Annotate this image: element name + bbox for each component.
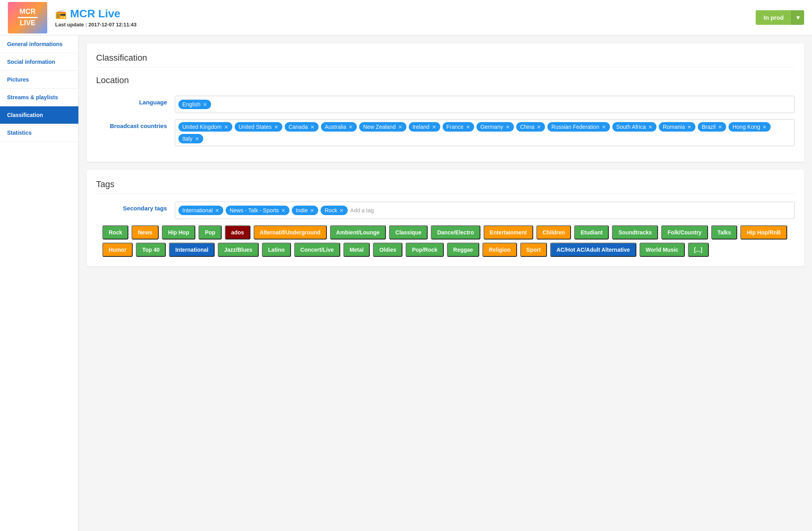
secondary-tag-rock[interactable]: Rock✕ bbox=[321, 206, 348, 215]
cloud-tag-entertainment[interactable]: Entertainment bbox=[484, 225, 533, 240]
broadcast-tag-ca[interactable]: Canada✕ bbox=[285, 122, 319, 132]
cloud-tag-jazzblues[interactable]: Jazz/Blues bbox=[218, 243, 259, 257]
remove-ie-icon[interactable]: ✕ bbox=[432, 124, 436, 130]
cloud-tag-ados[interactable]: ados bbox=[225, 225, 250, 240]
app-title: MCR Live bbox=[70, 7, 121, 20]
broadcast-tag-label: United Kingdom bbox=[182, 124, 222, 130]
secondary-tag-label: Rock bbox=[324, 207, 337, 214]
language-input[interactable]: English ✕ bbox=[175, 96, 795, 113]
broadcast-tag-de[interactable]: Germany✕ bbox=[476, 122, 514, 132]
cloud-tag-talks[interactable]: Talks bbox=[711, 225, 738, 240]
broadcast-tag-hk[interactable]: Hong Kong✕ bbox=[729, 122, 771, 132]
remove-secondary-rock-icon[interactable]: ✕ bbox=[339, 208, 344, 214]
status-button[interactable]: In prod bbox=[756, 10, 792, 25]
sidebar-item-pictures[interactable]: Pictures bbox=[0, 71, 78, 89]
broadcast-tag-cn[interactable]: China✕ bbox=[516, 122, 545, 132]
remove-english-icon[interactable]: ✕ bbox=[203, 102, 207, 108]
main-content: Classification Location Language English… bbox=[79, 35, 812, 531]
broadcast-tag-ro[interactable]: Romania✕ bbox=[659, 122, 695, 132]
remove-fr-icon[interactable]: ✕ bbox=[466, 124, 470, 130]
remove-au-icon[interactable]: ✕ bbox=[349, 124, 353, 130]
remove-uk-icon[interactable]: ✕ bbox=[224, 124, 228, 130]
cloud-tag-latino[interactable]: Latino bbox=[262, 243, 291, 257]
secondary-tags-input[interactable]: International✕News - Talk - Sports✕Indie… bbox=[175, 202, 795, 219]
cloud-tag-achot[interactable]: AC/Hot AC/Adult Alternative bbox=[550, 243, 636, 257]
remove-ro-icon[interactable]: ✕ bbox=[687, 124, 691, 130]
cloud-tag-sport[interactable]: Sport bbox=[520, 243, 547, 257]
broadcast-tag-br[interactable]: Brazil✕ bbox=[698, 122, 726, 132]
cloud-tag-dance[interactable]: Dance/Electro bbox=[431, 225, 480, 240]
cloud-tag-more[interactable]: [...] bbox=[688, 243, 709, 257]
remove-de-icon[interactable]: ✕ bbox=[506, 124, 510, 130]
add-tag-placeholder: Add a tag bbox=[350, 207, 374, 214]
broadcast-tag-ru[interactable]: Russian Federation✕ bbox=[547, 122, 610, 132]
cloud-tag-classique[interactable]: Classique bbox=[389, 225, 428, 240]
cloud-tag-humor[interactable]: Humor bbox=[102, 243, 133, 257]
broadcast-tag-uk[interactable]: United Kingdom✕ bbox=[178, 122, 232, 132]
tags-card: Tags Secondary tags International✕News -… bbox=[87, 170, 804, 266]
remove-it-icon[interactable]: ✕ bbox=[195, 136, 199, 142]
broadcast-tag-ie[interactable]: Ireland✕ bbox=[409, 122, 440, 132]
broadcast-tag-label: Brazil bbox=[702, 124, 716, 130]
cloud-tag-news[interactable]: News bbox=[132, 225, 159, 240]
secondary-tag-nts[interactable]: News - Talk - Sports✕ bbox=[226, 206, 289, 215]
remove-za-icon[interactable]: ✕ bbox=[648, 124, 653, 130]
remove-br-icon[interactable]: ✕ bbox=[718, 124, 722, 130]
cloud-tag-children[interactable]: Children bbox=[536, 225, 571, 240]
status-dropdown-button[interactable]: ▼ bbox=[792, 10, 804, 25]
cloud-tag-international[interactable]: International bbox=[169, 243, 215, 257]
remove-ru-icon[interactable]: ✕ bbox=[602, 124, 606, 130]
cloud-tag-hiphop[interactable]: Hip Hop bbox=[162, 225, 196, 240]
language-label: Language bbox=[96, 96, 175, 106]
cloud-tag-pop[interactable]: Pop bbox=[198, 225, 221, 240]
cloud-tag-reggae[interactable]: Reggae bbox=[447, 243, 480, 257]
cloud-tag-hiphoprnb[interactable]: Hip Hop/RnB bbox=[740, 225, 787, 240]
cloud-tag-rock[interactable]: Rock bbox=[102, 225, 128, 240]
sidebar-item-general[interactable]: General informations bbox=[0, 35, 78, 53]
sidebar-item-statistics[interactable]: Statistics bbox=[0, 124, 78, 142]
broadcast-row: Broadcast countries United Kingdom✕Unite… bbox=[96, 119, 795, 146]
radio-icon: 📻 bbox=[55, 8, 67, 19]
broadcast-tag-fr[interactable]: France✕ bbox=[443, 122, 475, 132]
cloud-tag-poprock[interactable]: Pop/Rock bbox=[406, 243, 444, 257]
remove-nz-icon[interactable]: ✕ bbox=[398, 124, 402, 130]
broadcast-tag-nz[interactable]: New Zealand✕ bbox=[359, 122, 406, 132]
cloud-tag-folk[interactable]: Folk/Country bbox=[661, 225, 708, 240]
cloud-tag-ambient[interactable]: Ambient/Lounge bbox=[330, 225, 386, 240]
remove-secondary-indie-icon[interactable]: ✕ bbox=[310, 208, 314, 214]
remove-hk-icon[interactable]: ✕ bbox=[762, 124, 767, 130]
remove-secondary-intl-icon[interactable]: ✕ bbox=[215, 208, 219, 214]
sidebar-item-classification[interactable]: Classification bbox=[0, 106, 78, 124]
cloud-tag-metal[interactable]: Metal bbox=[343, 243, 370, 257]
broadcast-tag-it[interactable]: Italy✕ bbox=[178, 134, 203, 143]
status-button-group[interactable]: In prod ▼ bbox=[756, 10, 804, 25]
cloud-tag-soundtracks[interactable]: Soundtracks bbox=[612, 225, 658, 240]
cloud-tag-concert[interactable]: Concert/Live bbox=[294, 243, 340, 257]
cloud-tag-etudiant[interactable]: Etudiant bbox=[574, 225, 609, 240]
language-tag-english[interactable]: English ✕ bbox=[178, 100, 211, 109]
cloud-tag-world[interactable]: World Music bbox=[640, 243, 685, 257]
cloud-tag-oldies[interactable]: Oldies bbox=[373, 243, 402, 257]
secondary-tag-indie[interactable]: Indie✕ bbox=[292, 206, 318, 215]
header: MCR LIVE 📻 MCR Live Last update : 2017-1… bbox=[0, 0, 812, 35]
location-title: Location bbox=[96, 75, 795, 89]
secondary-tags-row: Secondary tags International✕News - Talk… bbox=[96, 202, 795, 219]
remove-cn-icon[interactable]: ✕ bbox=[537, 124, 541, 130]
broadcast-tag-label: United States bbox=[239, 124, 272, 130]
broadcast-tag-label: South Africa bbox=[616, 124, 646, 130]
secondary-tag-intl[interactable]: International✕ bbox=[178, 206, 223, 215]
broadcast-tag-au[interactable]: Australia✕ bbox=[321, 122, 357, 132]
remove-secondary-nts-icon[interactable]: ✕ bbox=[281, 208, 285, 214]
sidebar-item-streams[interactable]: Streams & playlists bbox=[0, 89, 78, 106]
cloud-tag-religion[interactable]: Religion bbox=[482, 243, 517, 257]
cloud-tag-alternatif[interactable]: Alternatif/Underground bbox=[254, 225, 327, 240]
broadcast-input[interactable]: United Kingdom✕United States✕Canada✕Aust… bbox=[175, 119, 795, 146]
broadcast-tag-us[interactable]: United States✕ bbox=[235, 122, 282, 132]
sidebar-item-social[interactable]: Social information bbox=[0, 53, 78, 71]
remove-ca-icon[interactable]: ✕ bbox=[310, 124, 315, 130]
language-tag-label: English bbox=[182, 101, 200, 108]
remove-us-icon[interactable]: ✕ bbox=[274, 124, 278, 130]
cloud-tag-top40[interactable]: Top 40 bbox=[136, 243, 166, 257]
broadcast-tag-label: Italy bbox=[182, 136, 193, 142]
broadcast-tag-za[interactable]: South Africa✕ bbox=[612, 122, 657, 132]
